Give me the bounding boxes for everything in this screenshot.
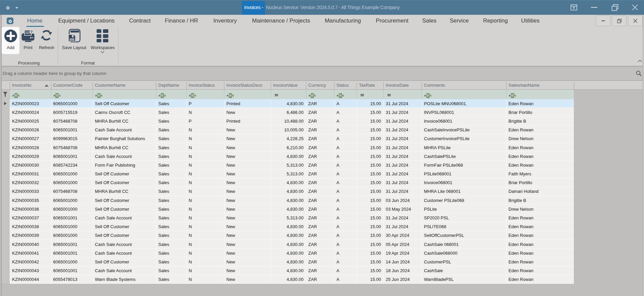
svg-text:?: ? (31, 30, 33, 34)
